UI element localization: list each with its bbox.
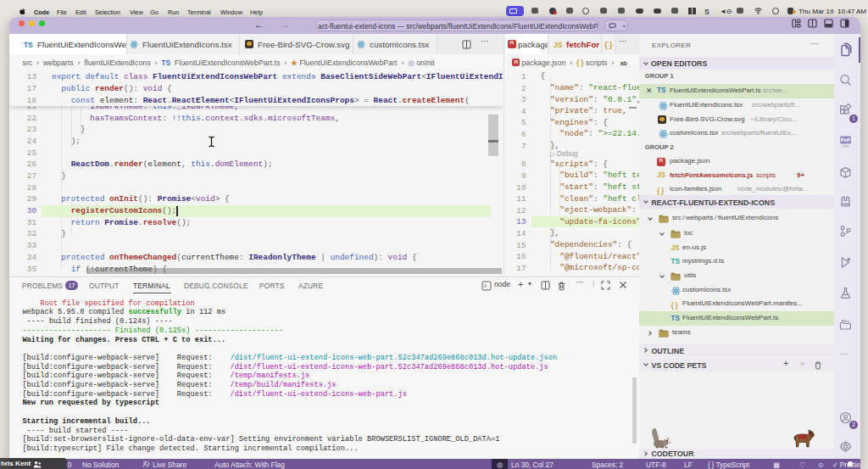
- svg-text:PnP: PnP: [841, 137, 851, 142]
- svg-text:M365: M365: [842, 203, 849, 206]
- svg-text:SPFx: SPFx: [842, 145, 849, 148]
